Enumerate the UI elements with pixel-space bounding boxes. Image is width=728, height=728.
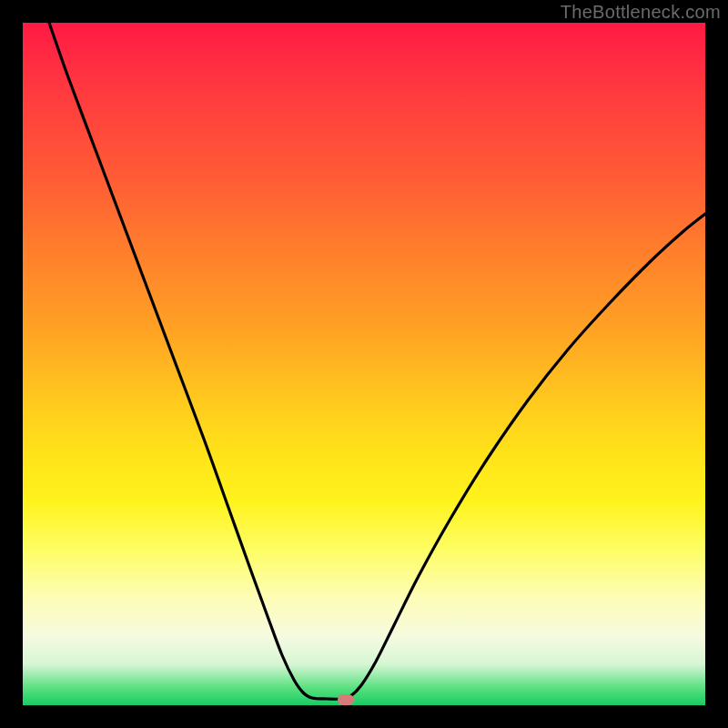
- watermark-label: TheBottleneck.com: [561, 2, 721, 23]
- bottleneck-marker: [338, 694, 354, 705]
- chart-frame: TheBottleneck.com: [0, 0, 728, 728]
- bottleneck-curve: [23, 23, 705, 705]
- plot-area: [23, 23, 705, 705]
